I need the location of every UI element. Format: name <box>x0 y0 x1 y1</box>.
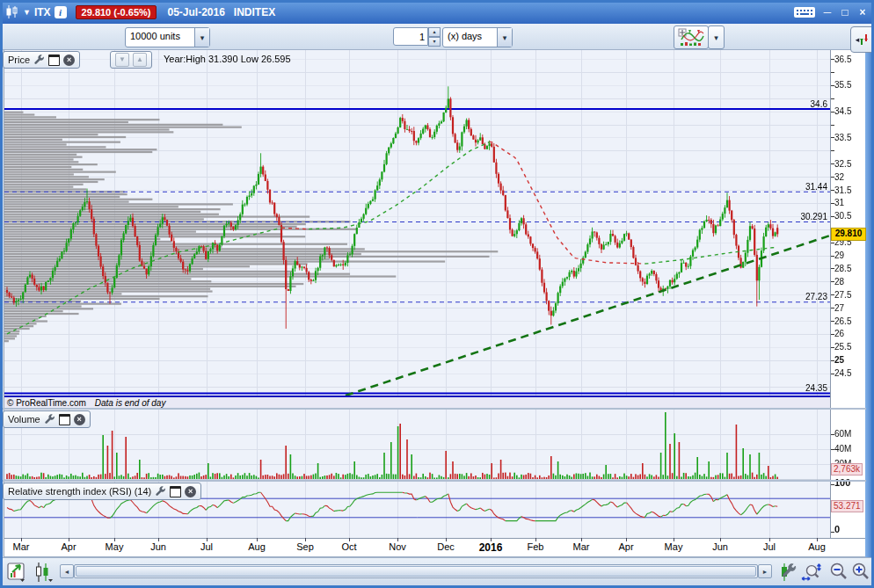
wrench-icon[interactable] <box>44 414 55 425</box>
zoom-area-icon <box>801 562 824 583</box>
level-line-label: 31.44 <box>747 182 827 192</box>
month-label: Aug <box>239 541 274 552</box>
timeframe-select[interactable]: (x) days ▾ <box>442 27 513 47</box>
price-pane-header: Price × <box>3 51 80 69</box>
detach-window-icon[interactable] <box>170 486 181 497</box>
detach-window-icon[interactable] <box>48 54 60 66</box>
export-chart-icon <box>6 562 27 583</box>
detach-window-icon[interactable] <box>59 414 70 425</box>
scroll-left-icon: ◄ <box>64 569 70 575</box>
zoom-out-icon <box>828 562 849 583</box>
month-label: Mar <box>4 541 39 552</box>
time-scrollbar[interactable] <box>74 564 758 578</box>
chart-type-dropdown[interactable]: ▾ <box>708 25 725 49</box>
price-axis-label: 28 <box>834 277 844 287</box>
keyboard-icon[interactable] <box>793 5 816 19</box>
candlestick-logo-icon <box>5 4 19 19</box>
price-axis-label: 27 <box>834 303 844 313</box>
volume-axis-label: 40M <box>834 444 851 454</box>
volume-axis-label: 60M <box>834 429 851 439</box>
zoom-in-button[interactable] <box>849 562 872 583</box>
month-tick <box>674 538 674 541</box>
price-chart-canvas[interactable] <box>4 50 830 396</box>
month-label: Apr <box>608 541 644 552</box>
price-axis-label: 36.5 <box>834 54 851 64</box>
chart-type-button[interactable] <box>674 25 709 49</box>
close-pane-icon[interactable]: × <box>74 414 85 425</box>
info-button[interactable]: i <box>55 6 67 18</box>
price-axis-label: 35.5 <box>834 80 851 90</box>
rsi-pane-header: Relative strength index (RSI) (14) × <box>3 483 201 500</box>
zoom-select-button[interactable] <box>801 562 824 583</box>
candlesticks-icon <box>33 562 54 583</box>
rsi-pane-title: Relative strength index (RSI) (14) <box>8 486 151 497</box>
price-axis-label: 26 <box>834 329 844 338</box>
level-line-label: 30.291 <box>747 212 827 221</box>
maximize-button[interactable]: □ <box>839 6 851 18</box>
units-select[interactable]: 10000 units ▾ <box>125 27 210 47</box>
month-label: Jul <box>189 541 224 552</box>
month-tick <box>535 538 536 541</box>
month-label: 2016 <box>473 541 508 554</box>
month-tick <box>257 538 258 541</box>
close-pane-icon[interactable]: × <box>63 54 75 66</box>
month-label: Jun <box>703 541 738 552</box>
chevron-down-icon: ▾ <box>714 33 718 42</box>
price-axis-label: 32.5 <box>834 159 851 169</box>
month-tick <box>114 538 115 541</box>
price-axis-label: 28.5 <box>834 264 851 273</box>
pane-splitter[interactable] <box>3 408 866 410</box>
month-tick <box>769 538 770 541</box>
price-axis-label: 27.5 <box>834 290 851 300</box>
data-note: Data is end of day <box>95 398 166 408</box>
top-toolbar: 10000 units ▾ ▴ ▾ (x) days ▾ ▾ <box>0 24 874 50</box>
close-pane-icon[interactable]: × <box>185 486 196 497</box>
chevron-down-icon[interactable]: ▾ <box>497 28 512 47</box>
stepper-up-icon[interactable]: ▴ <box>428 27 441 37</box>
timeframe-select-value: (x) days <box>443 28 497 47</box>
scroll-left-button[interactable]: ◄ <box>60 564 74 578</box>
chart-type-icon <box>678 28 704 47</box>
volume-chart-canvas[interactable] <box>4 410 830 480</box>
price-axis-label: 26.5 <box>834 316 851 326</box>
price-axis-label: 24.5 <box>834 368 851 378</box>
copyright-strip: © ProRealTime.com Data is end of day <box>4 396 830 408</box>
move-pane-up-button[interactable]: ▲ <box>133 53 147 67</box>
pane-splitter[interactable] <box>3 480 866 482</box>
title-bar: ▼ ITX i 29.810 (-0.65%) 05-Jul-2016 INDI… <box>0 0 874 24</box>
wrench-icon[interactable] <box>33 54 45 66</box>
price-axis-label: 32 <box>834 172 844 182</box>
current-rsi-tag: 53.271 <box>831 500 863 512</box>
price-pane-title: Price <box>8 54 30 65</box>
chart-settings-button[interactable] <box>776 562 799 583</box>
move-pane-down-button[interactable]: ▼ <box>115 53 129 67</box>
year-high-low: Year:High 31.390 Low 26.595 <box>164 54 291 64</box>
volume-pane-title: Volume <box>8 414 40 425</box>
month-label: May <box>656 541 691 552</box>
month-tick <box>581 538 582 541</box>
chart-style-button[interactable] <box>32 562 55 583</box>
wrench-icon[interactable] <box>155 486 166 497</box>
current-price-tag: 29.810 <box>831 228 866 241</box>
close-button[interactable]: × <box>856 6 869 18</box>
month-label: Jun <box>141 541 176 552</box>
month-label: May <box>97 541 132 552</box>
month-label: Oct <box>331 541 367 552</box>
level-line-label: 24.35 <box>747 383 827 393</box>
month-tick <box>720 538 721 541</box>
bar-count-stepper[interactable]: ▴ ▾ <box>428 27 441 46</box>
zoom-out-button[interactable] <box>827 562 850 583</box>
chevron-left-icon: ◂ <box>856 35 860 44</box>
scroll-right-icon: ► <box>762 569 768 575</box>
month-label: Jul <box>752 541 787 552</box>
export-chart-button[interactable] <box>5 562 28 583</box>
expand-side-panel-tab[interactable]: ◂ <box>850 26 874 53</box>
scroll-right-button[interactable]: ► <box>758 564 772 578</box>
minimize-button[interactable]: ─ <box>821 6 834 18</box>
scrollbar-thumb[interactable] <box>76 566 756 577</box>
stepper-down-icon[interactable]: ▾ <box>428 37 441 47</box>
bar-count-input[interactable] <box>393 27 428 46</box>
price-axis-label: 25 <box>834 355 844 365</box>
symbol-dropdown[interactable]: ▼ <box>23 8 31 17</box>
chevron-down-icon[interactable]: ▾ <box>194 28 209 47</box>
